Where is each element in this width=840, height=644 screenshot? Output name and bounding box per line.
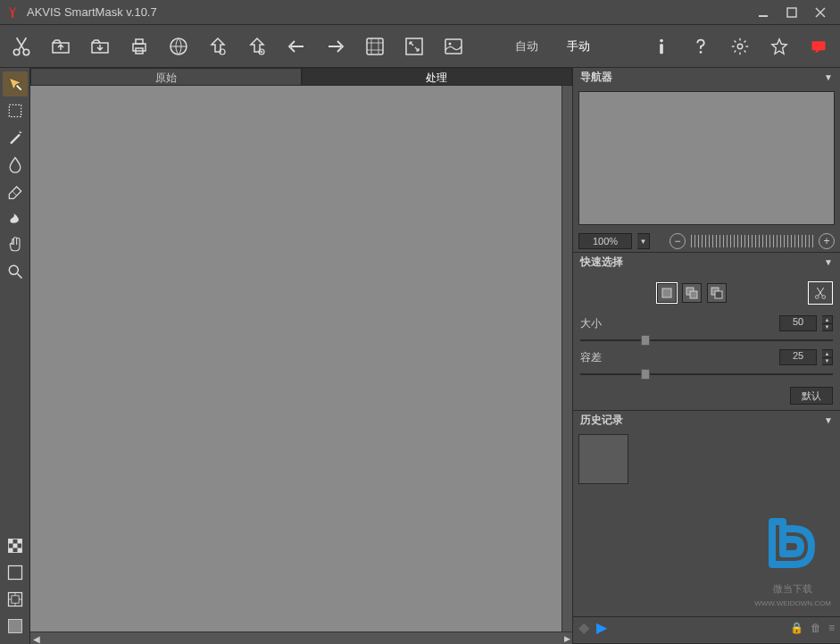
svg-rect-19 bbox=[812, 41, 826, 50]
fit-screen-icon[interactable] bbox=[400, 32, 428, 61]
size-input[interactable]: 50 bbox=[779, 315, 817, 331]
watermark-sub: WWW.WEIDOWN.COM bbox=[754, 599, 831, 607]
new-selection-icon[interactable] bbox=[657, 283, 677, 303]
svg-rect-5 bbox=[133, 44, 146, 51]
import-preset-icon[interactable] bbox=[204, 32, 232, 61]
history-delete-icon[interactable]: 🗑 bbox=[811, 622, 821, 634]
tab-original[interactable]: 原始 bbox=[30, 68, 302, 85]
undo-icon[interactable] bbox=[282, 32, 311, 61]
print-icon[interactable] bbox=[125, 32, 154, 61]
svg-rect-16 bbox=[660, 44, 663, 54]
history-thumbnail[interactable] bbox=[578, 434, 628, 484]
checkerboard-view-icon[interactable] bbox=[3, 533, 28, 558]
canvas[interactable] bbox=[30, 86, 561, 631]
export-preset-icon[interactable] bbox=[243, 32, 271, 61]
save-file-icon[interactable] bbox=[86, 32, 114, 61]
zoom-dropdown-icon[interactable]: ▼ bbox=[637, 233, 650, 249]
vertical-scrollbar[interactable] bbox=[561, 86, 572, 631]
eraser-tool-icon[interactable] bbox=[3, 179, 28, 204]
svg-rect-23 bbox=[8, 539, 12, 544]
tolerance-input[interactable]: 25 bbox=[779, 349, 817, 365]
tolerance-spinner[interactable]: ▲▼ bbox=[822, 349, 833, 365]
svg-rect-30 bbox=[11, 596, 18, 603]
tolerance-label: 容差 bbox=[580, 350, 625, 365]
image-icon[interactable] bbox=[439, 32, 468, 61]
collapse-icon[interactable]: ▼ bbox=[824, 415, 833, 425]
svg-point-0 bbox=[12, 11, 13, 13]
navigator-header: 导航器 ▼ bbox=[573, 68, 840, 86]
svg-point-14 bbox=[449, 42, 452, 45]
navigator-panel: 导航器 ▼ 100% ▼ − + bbox=[573, 68, 840, 253]
history-title: 历史记录 bbox=[580, 413, 623, 428]
selection-tool-icon[interactable] bbox=[3, 98, 28, 123]
left-toolbar bbox=[0, 68, 30, 644]
history-lock-icon[interactable]: 🔒 bbox=[790, 622, 803, 634]
size-spinner[interactable]: ▲▼ bbox=[822, 315, 833, 331]
mode-manual[interactable]: 手动 bbox=[558, 35, 599, 58]
navigator-controls: 100% ▼ − + bbox=[573, 230, 840, 252]
gray-view-icon[interactable] bbox=[3, 614, 28, 639]
svg-rect-27 bbox=[17, 548, 21, 553]
svg-point-15 bbox=[660, 38, 663, 42]
history-header: 历史记录 ▼ bbox=[573, 411, 840, 429]
magic-brush-tool-icon[interactable] bbox=[3, 125, 28, 150]
zoom-tool-icon[interactable] bbox=[3, 259, 28, 284]
close-button[interactable] bbox=[806, 2, 835, 23]
scroll-left-icon[interactable]: ◀ bbox=[30, 633, 43, 645]
titlebar: AKVIS SmartMask v.10.7 bbox=[0, 0, 840, 25]
zoom-out-icon[interactable]: − bbox=[670, 233, 686, 249]
size-row: 大小 50 ▲▼ bbox=[580, 315, 833, 331]
open-file-icon[interactable] bbox=[46, 32, 75, 61]
help-icon[interactable] bbox=[686, 32, 715, 61]
history-menu-icon[interactable]: ≡ bbox=[828, 622, 835, 634]
svg-point-21 bbox=[9, 265, 18, 274]
blur-tool-icon[interactable] bbox=[3, 152, 28, 177]
navigator-title: 导航器 bbox=[580, 70, 612, 85]
zoom-slider[interactable] bbox=[691, 235, 813, 247]
collapse-icon[interactable]: ▼ bbox=[824, 257, 833, 267]
svg-rect-26 bbox=[8, 548, 12, 553]
svg-rect-13 bbox=[445, 39, 462, 54]
size-slider[interactable] bbox=[580, 337, 833, 344]
collapse-icon[interactable]: ▼ bbox=[824, 72, 833, 82]
share-icon[interactable] bbox=[164, 32, 193, 61]
svg-point-18 bbox=[737, 44, 743, 49]
zoom-in-icon[interactable]: + bbox=[819, 233, 835, 249]
smudge-tool-icon[interactable] bbox=[3, 205, 28, 230]
history-forward-icon[interactable]: ▶ bbox=[596, 619, 607, 636]
app-title: AKVIS SmartMask v.10.7 bbox=[27, 5, 749, 19]
redo-icon[interactable] bbox=[321, 32, 350, 61]
svg-point-38 bbox=[822, 296, 826, 299]
custom-view-icon[interactable] bbox=[3, 587, 28, 612]
subtract-selection-icon[interactable] bbox=[707, 283, 727, 303]
minimize-button[interactable] bbox=[749, 2, 778, 23]
cut-selection-icon[interactable] bbox=[808, 281, 833, 305]
tolerance-slider[interactable] bbox=[580, 371, 833, 378]
scissors-icon[interactable] bbox=[7, 32, 36, 61]
maximize-button[interactable] bbox=[778, 2, 806, 23]
quick-select-tool-icon[interactable] bbox=[3, 71, 28, 96]
history-back-icon[interactable]: ◆ bbox=[578, 619, 589, 636]
settings-icon[interactable] bbox=[726, 32, 754, 61]
info-icon[interactable] bbox=[647, 32, 676, 61]
process-icon[interactable] bbox=[361, 32, 389, 61]
hand-tool-icon[interactable] bbox=[3, 232, 28, 257]
svg-rect-12 bbox=[406, 38, 422, 54]
notification-icon[interactable] bbox=[804, 32, 833, 61]
history-body: 微当下载 WWW.WEIDOWN.COM bbox=[573, 429, 840, 616]
watermark: 微当下载 WWW.WEIDOWN.COM bbox=[754, 507, 831, 607]
default-button[interactable]: 默认 bbox=[790, 387, 833, 405]
scroll-right-icon[interactable]: ▶ bbox=[561, 631, 572, 644]
svg-rect-2 bbox=[787, 8, 796, 17]
svg-rect-34 bbox=[690, 291, 697, 298]
tab-process[interactable]: 处理 bbox=[302, 68, 573, 85]
add-selection-icon[interactable] bbox=[682, 283, 702, 303]
navigator-preview[interactable] bbox=[578, 91, 835, 225]
zoom-value[interactable]: 100% bbox=[578, 233, 632, 249]
black-view-icon[interactable] bbox=[3, 560, 28, 585]
svg-rect-28 bbox=[8, 566, 21, 580]
favorite-icon[interactable] bbox=[765, 32, 794, 61]
horizontal-scrollbar[interactable]: ◀ bbox=[30, 631, 561, 644]
svg-rect-11 bbox=[367, 38, 383, 54]
mode-auto[interactable]: 自动 bbox=[506, 35, 547, 58]
